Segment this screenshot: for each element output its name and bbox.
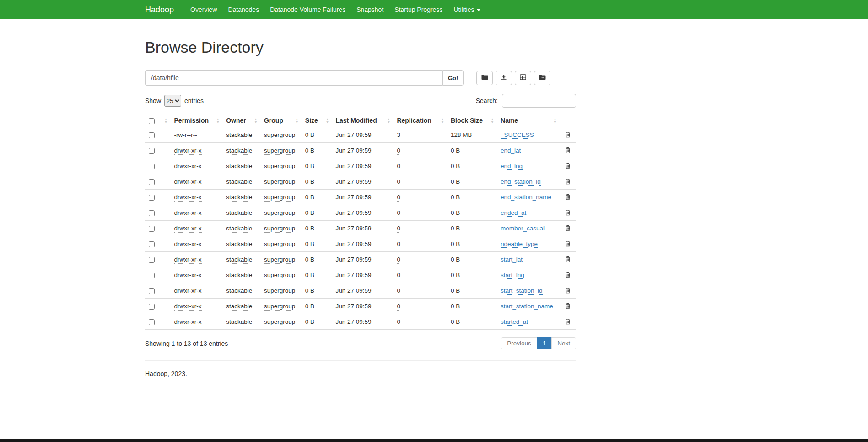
create-directory-button[interactable]	[476, 71, 493, 85]
nav-item-startup-progress[interactable]: Startup Progress	[389, 0, 448, 19]
col-header-last-modified[interactable]: ▴▾Last Modified	[332, 114, 393, 127]
row-select-checkbox[interactable]	[149, 319, 155, 325]
row-select-checkbox[interactable]	[149, 148, 155, 154]
row-select-checkbox[interactable]	[149, 195, 155, 201]
size-value: 0 B	[305, 225, 314, 232]
file-name-link[interactable]: start_station_name	[501, 303, 553, 310]
row-select-checkbox[interactable]	[149, 304, 155, 310]
delete-file-button[interactable]	[563, 255, 572, 263]
permission-value: drwxr-xr-x	[174, 194, 202, 202]
row-select-checkbox[interactable]	[149, 257, 155, 263]
pagination-page-1[interactable]: 1	[537, 337, 552, 349]
pagination-previous[interactable]: Previous	[501, 337, 537, 349]
footer-credit: Hadoop, 2023.	[145, 370, 576, 377]
row-select-checkbox[interactable]	[149, 164, 155, 169]
folder-icon	[481, 74, 488, 82]
page-size-select[interactable]: 25	[164, 95, 181, 107]
delete-file-button[interactable]	[563, 208, 572, 217]
file-name-link[interactable]: start_station_id	[501, 287, 543, 295]
delete-file-button[interactable]	[563, 302, 572, 310]
row-select-checkbox[interactable]	[149, 241, 155, 247]
size-value: 0 B	[305, 303, 314, 310]
row-select-checkbox[interactable]	[149, 288, 155, 294]
go-button[interactable]: Go!	[442, 70, 464, 86]
directory-path-input[interactable]	[145, 70, 442, 86]
delete-file-button[interactable]	[563, 317, 572, 326]
row-select-checkbox[interactable]	[149, 179, 155, 185]
size-value: 0 B	[305, 178, 314, 185]
last-modified-value: Jun 27 09:59	[335, 131, 371, 138]
file-name-link[interactable]: _SUCCESS	[501, 131, 534, 139]
file-name-link[interactable]: rideable_type	[501, 240, 538, 248]
delete-file-button[interactable]	[563, 146, 572, 154]
sort-icon[interactable]: ▴▾	[296, 118, 298, 124]
file-name-link[interactable]: end_station_name	[501, 194, 551, 201]
nav-item-datanode-volume-failures[interactable]: Datanode Volume Failures	[264, 0, 351, 19]
col-header-owner[interactable]: ▴▾Owner	[222, 114, 260, 127]
group-value: supergroup	[264, 318, 295, 326]
delete-file-button[interactable]	[563, 177, 572, 186]
file-name-link[interactable]: end_station_id	[501, 178, 541, 186]
row-select-checkbox[interactable]	[149, 226, 155, 232]
replication-value: 0	[397, 303, 400, 311]
replication-value: 3	[397, 131, 400, 139]
group-value: supergroup	[264, 225, 295, 233]
sort-icon[interactable]: ▴▾	[326, 118, 328, 124]
sort-icon[interactable]: ▴▾	[217, 118, 219, 124]
navbar-brand[interactable]: Hadoop	[145, 5, 174, 15]
row-select-checkbox[interactable]	[149, 132, 155, 138]
sort-icon[interactable]: ▴▾	[388, 118, 389, 124]
nav-item-snapshot[interactable]: Snapshot	[351, 0, 389, 19]
sort-icon[interactable]: ▴▾	[554, 118, 556, 124]
file-name-link[interactable]: end_lng	[501, 163, 523, 170]
col-header-size[interactable]: ▴▾Size	[302, 114, 332, 127]
select-all-checkbox[interactable]	[149, 118, 155, 124]
sort-icon[interactable]: ▴▾	[491, 118, 493, 124]
delete-file-button[interactable]	[563, 162, 572, 170]
nav-item-overview[interactable]: Overview	[185, 0, 222, 19]
trash-icon	[565, 164, 571, 170]
row-select-checkbox[interactable]	[149, 210, 155, 216]
col-header-name[interactable]: ▴▾Name	[497, 114, 560, 127]
col-header-actions	[560, 114, 576, 127]
permission-value: drwxr-xr-x	[174, 147, 202, 155]
size-value: 0 B	[305, 287, 314, 294]
block-size-value: 0 B	[451, 256, 460, 263]
delete-file-button[interactable]	[563, 240, 572, 248]
search-input[interactable]	[502, 94, 576, 108]
owner-value: stackable	[226, 225, 252, 233]
delete-file-button[interactable]	[563, 286, 572, 295]
file-name-link[interactable]: member_casual	[501, 225, 545, 232]
delete-file-button[interactable]	[563, 193, 572, 201]
sort-icon[interactable]: ▴▾	[442, 118, 443, 124]
owner-value: stackable	[226, 163, 252, 170]
file-name-link[interactable]: end_lat	[501, 147, 521, 154]
move-directory-button[interactable]	[534, 71, 550, 85]
entries-label: entries	[184, 97, 204, 104]
col-header-block-size[interactable]: ▴▾Block Size	[447, 114, 497, 127]
col-header-replication[interactable]: ▴▾Replication	[393, 114, 447, 127]
file-browser-table: ▴▾ ▴▾Permission ▴▾Owner ▴▾Group ▴▾Size ▴…	[145, 114, 576, 330]
pagination-next[interactable]: Next	[551, 337, 576, 349]
nav-item-utilities[interactable]: Utilities	[448, 0, 485, 19]
search-label: Search:	[476, 97, 498, 104]
col-header-group[interactable]: ▴▾Group	[260, 114, 302, 127]
row-select-checkbox[interactable]	[149, 273, 155, 278]
owner-value: stackable	[226, 194, 252, 202]
delete-file-button[interactable]	[563, 224, 572, 232]
file-name-link[interactable]: ended_at	[501, 209, 526, 217]
file-name-link[interactable]: start_lng	[501, 272, 524, 279]
table-row: drwxr-xr-xstackablesupergroup0 BJun 27 0…	[145, 267, 576, 283]
file-name-link[interactable]: start_lat	[501, 256, 523, 263]
upload-icon	[501, 74, 507, 82]
sort-icon[interactable]: ▴▾	[255, 118, 257, 124]
replication-value: 0	[397, 178, 400, 186]
sort-icon[interactable]: ▴▾	[165, 118, 167, 124]
upload-file-button[interactable]	[496, 71, 512, 85]
col-header-permission[interactable]: ▴▾Permission	[171, 114, 223, 127]
delete-file-button[interactable]	[563, 131, 572, 139]
nav-item-datanodes[interactable]: Datanodes	[222, 0, 264, 19]
file-name-link[interactable]: started_at	[501, 318, 528, 326]
delete-file-button[interactable]	[563, 271, 572, 279]
cut-paste-button[interactable]	[515, 71, 531, 85]
